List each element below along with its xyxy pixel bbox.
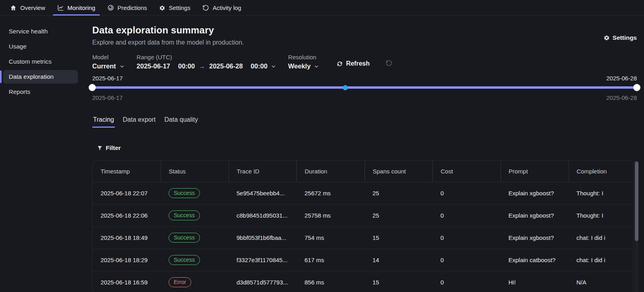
controls-row: Model Current Range (UTC) 2025-06-17 00:… — [92, 53, 637, 70]
sidebar-item-label: Usage — [9, 43, 27, 50]
predictions-icon — [107, 4, 114, 11]
cost-cell: 0 — [433, 204, 500, 226]
cost-cell: 0 — [433, 226, 500, 249]
refresh-icon — [337, 61, 343, 67]
timestamp-cell: 2025-06-18 22:07 — [93, 182, 161, 204]
table-row[interactable]: 2025-06-18 18:29 Success f3327e3f1170845… — [93, 249, 634, 271]
column-header-trace-id: Trace ID — [229, 161, 297, 182]
sidebar-item-usage[interactable]: Usage — [3, 40, 78, 53]
completion-cell: Thought: I — [568, 182, 634, 204]
sidebar-item-reports[interactable]: Reports — [3, 85, 78, 99]
sidebar: Service health Usage Custom metrics Data… — [0, 16, 83, 292]
sidebar-item-label: Custom metrics — [9, 58, 52, 65]
trace-id-cell: d3d8571d577793... — [229, 271, 297, 292]
slider-current-marker[interactable] — [343, 85, 348, 90]
prompt-cell: Explain xgboost? — [500, 226, 568, 249]
nav-item-label: Monitoring — [68, 4, 95, 11]
slider-handle-end[interactable] — [633, 84, 640, 91]
table-row[interactable]: 2025-06-18 22:07 Success 5e95475beebb4..… — [93, 182, 634, 204]
model-dropdown[interactable]: Current — [92, 62, 125, 70]
cost-cell: 0 — [433, 271, 500, 292]
status-cell: Error — [161, 271, 229, 292]
vertical-scrollbar[interactable] — [635, 160, 638, 292]
status-badge: Success — [169, 233, 200, 243]
top-navigation: Overview Monitoring Predictions Settings… — [0, 0, 644, 16]
nav-item-monitoring[interactable]: Monitoring — [51, 0, 101, 16]
chevron-down-icon — [314, 64, 319, 69]
spans-count-cell: 25 — [365, 204, 433, 226]
sidebar-item-service-health[interactable]: Service health — [3, 25, 78, 38]
trace-id-cell: 9bbf053f1b6fbaa... — [229, 226, 297, 249]
resolution-control: Resolution Weekly — [288, 53, 320, 70]
trace-id-cell: c8b98451d95031... — [229, 204, 297, 226]
filter-icon — [97, 145, 103, 151]
status-cell: Success — [161, 249, 229, 271]
home-icon — [10, 4, 17, 11]
range-dropdown[interactable]: 2025-06-17 00:00 → 2025-06-28 00:00 — [137, 62, 276, 70]
sidebar-item-label: Service health — [9, 28, 48, 35]
prompt-cell: Explain xgboost? — [500, 182, 568, 204]
column-header-timestamp: Timestamp — [93, 161, 161, 182]
completion-cell: chat: I did i — [568, 226, 634, 249]
trace-id-cell: f3327e3f1170845... — [229, 249, 297, 271]
page-subtitle: Explore and export data from the model i… — [92, 39, 244, 46]
cost-cell: 0 — [433, 249, 500, 271]
settings-button[interactable]: Settings — [603, 34, 637, 41]
nav-item-activity-log[interactable]: Activity log — [196, 0, 247, 16]
main-content: Data exploration summary Explore and exp… — [83, 16, 644, 292]
nav-item-settings[interactable]: Settings — [153, 0, 196, 16]
duration-cell: 754 ms — [297, 226, 365, 249]
reset-history-button[interactable] — [386, 60, 392, 68]
scrollbar-thumb[interactable] — [635, 162, 638, 241]
sidebar-item-label: Reports — [9, 88, 30, 95]
slider-end-label: 2025-06-28 — [606, 75, 637, 82]
timestamp-cell: 2025-06-18 22:06 — [93, 204, 161, 226]
spans-count-cell: 15 — [365, 226, 433, 249]
cost-cell: 0 — [433, 182, 500, 204]
resolution-value: Weekly — [288, 62, 311, 70]
column-header-spans-count: Spans count — [365, 161, 433, 182]
filter-button[interactable]: Filter — [97, 144, 121, 152]
sidebar-item-label: Data exploration — [9, 73, 54, 80]
arrow-right-icon: → — [198, 63, 206, 70]
nav-item-predictions[interactable]: Predictions — [101, 0, 153, 16]
gear-icon — [159, 5, 165, 11]
sidebar-item-custom-metrics[interactable]: Custom metrics — [3, 55, 78, 68]
range-start-date: 2025-06-17 — [137, 62, 170, 70]
completion-cell: N/A — [568, 271, 634, 292]
range-end-date: 2025-06-28 — [209, 62, 242, 70]
chart-icon — [57, 4, 64, 11]
duration-cell: 617 ms — [297, 249, 365, 271]
slider-handle-start[interactable] — [89, 84, 96, 91]
traces-table: Timestamp Status Trace ID Duration Spans… — [93, 161, 634, 292]
status-cell: Success — [161, 226, 229, 249]
prompt-cell: Explain catboost? — [500, 249, 568, 271]
table-row[interactable]: 2025-06-18 18:49 Success 9bbf053f1b6fbaa… — [93, 226, 634, 249]
model-control: Model Current — [92, 53, 125, 70]
table-row[interactable]: 2025-06-18 22:06 Success c8b98451d95031.… — [93, 204, 634, 226]
nav-item-overview[interactable]: Overview — [4, 0, 51, 16]
nav-item-label: Settings — [169, 4, 190, 11]
sidebar-item-data-exploration[interactable]: Data exploration — [3, 70, 78, 84]
range-end-time: 00:00 — [251, 62, 268, 70]
resolution-dropdown[interactable]: Weekly — [288, 62, 320, 70]
undo-icon — [386, 60, 392, 66]
timestamp-cell: 2025-06-18 18:29 — [93, 249, 161, 271]
filter-button-label: Filter — [106, 144, 121, 152]
tab-data-export[interactable]: Data export — [122, 115, 157, 128]
range-label: Range (UTC) — [137, 53, 276, 61]
table-row[interactable]: 2025-06-18 16:59 Error d3d8571d577793...… — [93, 271, 634, 292]
status-badge: Success — [169, 255, 200, 265]
chevron-down-icon — [119, 64, 125, 69]
refresh-button-label: Refresh — [346, 60, 370, 67]
column-header-prompt: Prompt — [500, 161, 568, 182]
column-header-status: Status — [161, 161, 229, 182]
nav-item-label: Overview — [20, 4, 45, 11]
slider-track[interactable] — [92, 86, 637, 89]
settings-button-label: Settings — [613, 34, 637, 41]
prompt-cell: Explain xgboost? — [500, 204, 568, 226]
refresh-button[interactable]: Refresh — [337, 60, 370, 67]
tab-tracing[interactable]: Tracing — [92, 115, 115, 128]
tab-data-quality[interactable]: Data quality — [163, 115, 199, 128]
slider-end-sublabel: 2025-06-28 — [606, 94, 637, 101]
